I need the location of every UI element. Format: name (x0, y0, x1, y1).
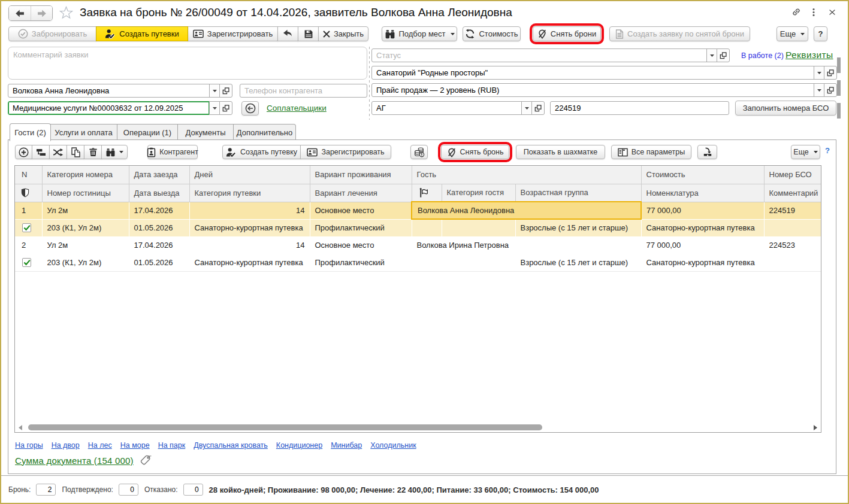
cell-bso[interactable]: 224523 (764, 236, 821, 254)
col-stay-variant[interactable]: Вариант проживания (310, 166, 412, 184)
booked-checkbox[interactable] (22, 258, 31, 267)
cell-empty[interactable] (764, 254, 821, 271)
tab-services[interactable]: Услуги и оплата (50, 124, 117, 141)
document-sum-link[interactable]: Сумма документа (154 000) (15, 456, 134, 466)
cell-empty[interactable] (764, 219, 821, 236)
tab-guests[interactable]: Гости (2) (10, 123, 51, 141)
tab-operations[interactable]: Операции (1) (117, 124, 178, 141)
link-mountains[interactable]: На горы (15, 441, 43, 450)
show-chessboard-button[interactable]: Показать в шахматке (516, 145, 605, 159)
link-park[interactable]: На парк (158, 441, 186, 450)
export-button[interactable] (697, 145, 717, 159)
bron-count-field[interactable]: 2 (36, 484, 56, 496)
scrollbar-thumb[interactable] (28, 424, 542, 430)
requisites-link[interactable]: Реквизиты (785, 50, 833, 60)
remove-booking-button[interactable]: Снять бронь (441, 145, 509, 159)
create-vouchers-button[interactable]: Создать путевки (96, 26, 188, 41)
cell-departure[interactable]: 01.05.2026 (129, 219, 189, 236)
cell-empty[interactable] (442, 219, 515, 236)
cell-nomenclature[interactable]: Санаторно-курортная путевка (641, 219, 764, 236)
applicant-open-button[interactable] (219, 84, 232, 98)
col-hotel-room[interactable]: Номер гостиницы (42, 184, 129, 202)
pricelist-open-button[interactable] (824, 83, 837, 97)
sanatorium-dropdown-button[interactable] (814, 66, 824, 80)
delete-row-button[interactable] (84, 145, 102, 159)
col-bso-number[interactable]: Номер БСО (764, 166, 821, 184)
cell-room_category[interactable]: Ул 2м (42, 202, 129, 219)
close-window-icon[interactable] (829, 10, 835, 15)
link-double-bed[interactable]: Двуспальная кровать (194, 441, 268, 450)
cell-cost[interactable]: 77 000,00 (641, 202, 764, 219)
create-request-from-unbooked-button[interactable]: Создать заявку по снятой брони (609, 26, 750, 41)
copayers-link[interactable]: Соплательщики (267, 104, 327, 113)
forward-button[interactable] (31, 6, 52, 20)
register-button[interactable]: Зарегистрировать (188, 26, 278, 41)
contract-dropdown-button[interactable] (209, 101, 220, 115)
cell-days[interactable]: 14 (189, 202, 310, 219)
cell-age_group[interactable]: Взрослые (с 15 лет и старше) (515, 219, 641, 236)
cell-empty[interactable] (412, 254, 442, 271)
seat-selection-button[interactable]: Подбор мест (382, 26, 457, 41)
add-row-button[interactable] (15, 145, 32, 159)
cell-stay_variant[interactable]: Основное место (310, 202, 412, 219)
status-open-button[interactable] (717, 48, 730, 62)
prices-button[interactable] (410, 145, 428, 159)
phone-field[interactable]: Телефон контрагента (240, 84, 367, 98)
bso-number-field[interactable]: 224519 (550, 101, 729, 115)
more-button[interactable]: Еще (777, 26, 808, 41)
agency-dropdown-button[interactable] (521, 101, 532, 115)
horizontal-scrollbar[interactable] (15, 423, 821, 432)
cell-empty[interactable] (412, 219, 442, 236)
levels-button[interactable] (32, 145, 50, 159)
cell-departure[interactable]: 01.05.2026 (129, 254, 189, 271)
register-row-button[interactable]: Зарегистрировать (300, 145, 391, 159)
contract-field[interactable]: Медицинские услуги №00003632 от 12.09.20… (8, 101, 210, 115)
all-parameters-button[interactable]: Все параметры (611, 145, 691, 159)
col-flag[interactable] (412, 184, 442, 202)
link-minibar[interactable]: Минибар (331, 441, 362, 450)
search-button[interactable] (101, 145, 128, 159)
cell-cost[interactable]: 77 000,00 (641, 236, 764, 254)
close-form-button[interactable]: Закрыть (318, 26, 368, 41)
cell-n[interactable]: 1 (15, 202, 42, 219)
col-departure-date[interactable]: Дата выезда (129, 184, 189, 202)
col-age-group[interactable]: Возрастная группа (515, 184, 641, 202)
applicant-dropdown-button[interactable] (209, 84, 220, 98)
col-comment[interactable]: Комментарий (764, 184, 821, 202)
guest-row-1-detail[interactable]: 203 (К1, Ул 2м) 01.05.2026 Санаторно-кур… (15, 219, 821, 236)
cell-days[interactable]: 14 (189, 236, 310, 254)
cell-stay_variant[interactable]: Основное место (310, 236, 412, 254)
col-cost[interactable]: Стоимость (641, 166, 764, 184)
link-sea[interactable]: На море (120, 441, 150, 450)
table-more-button[interactable]: Еще (791, 145, 820, 159)
cell-treatment_variant[interactable]: Профилактический (310, 219, 412, 236)
tab-documents[interactable]: Документы (178, 124, 234, 141)
kebab-menu-icon[interactable] (812, 8, 815, 16)
create-voucher-button[interactable]: Создать путевку (222, 145, 301, 159)
cell-bso[interactable]: 224519 (764, 202, 821, 219)
link-icon[interactable] (791, 7, 802, 17)
copy-row-button[interactable] (67, 145, 84, 159)
back-to-payer-button[interactable] (241, 101, 259, 116)
booked-checkbox[interactable] (22, 223, 31, 232)
guest-row-2-detail[interactable]: 203 (К1, Ул 2м) 01.05.2026 Санаторно-кур… (15, 254, 821, 271)
col-guest[interactable]: Гость (412, 166, 641, 184)
cell-voucher_category[interactable]: Санаторно-курортная путевка (189, 254, 310, 271)
link-forest[interactable]: На лес (88, 441, 112, 450)
help-button[interactable]: ? (814, 26, 827, 41)
declined-count-field[interactable]: 0 (183, 484, 203, 496)
agency-field[interactable]: АГ (371, 101, 522, 115)
contract-open-button[interactable] (219, 101, 232, 115)
guest-row-1-main[interactable]: 1 Ул 2м 17.04.2026 14 Основное место Вол… (15, 202, 821, 219)
back-button[interactable] (9, 6, 31, 20)
sanatorium-open-button[interactable] (824, 66, 837, 80)
cell-guest[interactable]: Волкова Ирина Петровна (412, 236, 641, 254)
link-air-conditioner[interactable]: Кондиционер (276, 441, 322, 450)
table-help-link[interactable]: ? (825, 146, 830, 159)
cell-treatment_variant[interactable]: Профилактический (310, 254, 412, 271)
confirmed-count-field[interactable]: 0 (119, 484, 138, 496)
favorite-star-icon[interactable] (59, 6, 73, 19)
col-voucher-category[interactable]: Категория путевки (189, 184, 310, 202)
link-yard[interactable]: На двор (52, 441, 80, 450)
right-splitter[interactable] (837, 57, 841, 120)
